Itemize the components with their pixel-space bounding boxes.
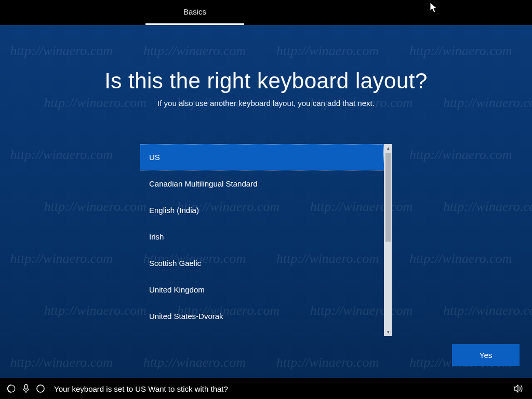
layout-option[interactable]: Scottish Gaelic bbox=[140, 250, 384, 276]
scrollbar-track[interactable]: ▴ ▾ bbox=[384, 144, 392, 336]
layout-option[interactable]: United States-Dvorak bbox=[140, 303, 384, 329]
scrollbar-down-icon[interactable]: ▾ bbox=[384, 328, 392, 336]
volume-icon[interactable] bbox=[511, 384, 526, 393]
yes-button[interactable]: Yes bbox=[452, 344, 520, 366]
layout-option[interactable]: Irish bbox=[140, 223, 384, 250]
cortana-icon[interactable] bbox=[33, 378, 48, 399]
scrollbar-thumb[interactable] bbox=[385, 153, 391, 242]
svg-point-0 bbox=[8, 385, 15, 392]
page-subtitle: If you also use another keyboard layout,… bbox=[0, 99, 532, 108]
svg-rect-1 bbox=[25, 384, 28, 389]
layout-option[interactable]: English (India) bbox=[140, 197, 384, 223]
layout-option[interactable]: Canadian Multilingual Standard bbox=[140, 170, 384, 197]
svg-point-2 bbox=[37, 385, 44, 392]
page-title: Is this the right keyboard layout? bbox=[0, 69, 532, 94]
layout-option[interactable]: US bbox=[140, 144, 384, 170]
tab-basics[interactable]: Basics bbox=[145, 0, 244, 25]
cortana-status-text: Your keyboard is set to US Want to stick… bbox=[54, 384, 228, 393]
tab-bar: Basics bbox=[0, 0, 532, 25]
scrollbar-up-icon[interactable]: ▴ bbox=[384, 144, 392, 152]
keyboard-layout-list: USCanadian Multilingual StandardEnglish … bbox=[140, 144, 392, 336]
layout-option[interactable]: United Kingdom bbox=[140, 276, 384, 303]
taskbar: Your keyboard is set to US Want to stick… bbox=[0, 378, 532, 399]
microphone-icon[interactable] bbox=[19, 378, 33, 399]
accessibility-icon[interactable] bbox=[4, 378, 19, 399]
oobe-main-panel: http://winaero.com http://winaero.com ht… bbox=[0, 25, 532, 378]
